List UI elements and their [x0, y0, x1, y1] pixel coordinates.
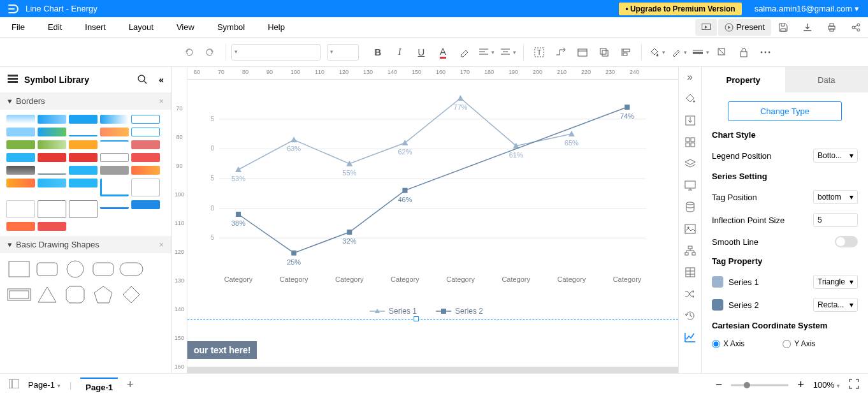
fullscreen-icon[interactable]	[849, 379, 859, 391]
font-size-select[interactable]	[327, 44, 359, 61]
list-item[interactable]	[131, 153, 160, 162]
list-item[interactable]	[34, 284, 60, 305]
italic-icon[interactable]: I	[389, 43, 410, 62]
undo-icon[interactable]	[178, 43, 199, 62]
select-series1-marker[interactable]: Triangle▾	[813, 275, 858, 289]
chart-properties-icon[interactable]	[684, 331, 697, 344]
list-item[interactable]	[90, 284, 116, 305]
print-icon[interactable]	[821, 19, 843, 36]
list-item[interactable]	[131, 115, 160, 124]
close-icon[interactable]: ×	[159, 240, 164, 249]
save-icon[interactable]	[772, 19, 794, 36]
list-item[interactable]	[90, 258, 116, 280]
text-placeholder[interactable]: our text here!	[187, 341, 257, 359]
text-tool-icon[interactable]: T	[529, 43, 549, 62]
list-item[interactable]	[62, 284, 88, 305]
align-h-icon[interactable]	[476, 43, 496, 62]
theme-icon[interactable]	[684, 92, 697, 105]
tab-data[interactable]: Data	[785, 67, 869, 92]
canvas-page[interactable]: 50505CategoryCategoryCategoryCategoryCat…	[187, 80, 678, 373]
table-icon[interactable]	[684, 266, 697, 279]
list-item[interactable]	[6, 166, 35, 175]
menu-layout[interactable]: Layout	[117, 22, 165, 32]
list-item[interactable]	[69, 140, 98, 149]
redo-icon[interactable]	[200, 43, 221, 62]
line-chart[interactable]: 50505CategoryCategoryCategoryCategoryCat…	[200, 80, 653, 316]
list-item[interactable]	[131, 179, 160, 196]
series1-color-swatch[interactable]	[712, 276, 723, 288]
list-item[interactable]	[6, 222, 35, 231]
tab-property[interactable]: Property	[702, 67, 785, 92]
list-item[interactable]	[100, 140, 129, 149]
list-item[interactable]	[100, 115, 129, 124]
share-icon[interactable]	[845, 19, 867, 36]
menu-insert[interactable]: Insert	[73, 22, 117, 32]
list-item[interactable]	[34, 258, 60, 280]
menu-edit[interactable]: Edit	[36, 22, 73, 32]
list-item[interactable]	[38, 140, 66, 149]
list-item[interactable]	[6, 200, 35, 218]
scrollbar-horizontal[interactable]	[187, 367, 678, 373]
download-icon[interactable]	[797, 19, 818, 36]
section-basic-shapes[interactable]: ▾ Basic Drawing Shapes ×	[0, 236, 171, 253]
zoom-slider[interactable]	[731, 381, 788, 390]
zoom-out-icon[interactable]: −	[716, 378, 723, 392]
history-icon[interactable]	[684, 309, 697, 322]
select-series2-marker[interactable]: Recta...▾	[813, 298, 858, 312]
section-borders[interactable]: ▾ Borders ×	[0, 92, 171, 110]
list-item[interactable]	[38, 128, 66, 136]
user-menu[interactable]: salma.amin16@gmail.com ▾	[755, 4, 868, 13]
list-item[interactable]	[38, 166, 66, 175]
list-item[interactable]	[69, 200, 98, 218]
list-item[interactable]	[6, 115, 35, 124]
copy-icon[interactable]	[594, 43, 614, 62]
panel-toggle-icon[interactable]	[9, 379, 19, 390]
toggle-smooth-line[interactable]	[835, 236, 858, 247]
list-item[interactable]	[119, 284, 144, 305]
orgchart-icon[interactable]	[684, 244, 697, 257]
bold-icon[interactable]: B	[368, 43, 388, 62]
list-item[interactable]	[38, 153, 66, 162]
collapse-icon[interactable]: «	[159, 75, 164, 85]
list-item[interactable]	[131, 128, 160, 136]
menu-file[interactable]: File	[0, 22, 36, 32]
list-item[interactable]	[100, 153, 129, 162]
list-item[interactable]	[131, 140, 160, 149]
add-page-icon[interactable]: +	[127, 378, 134, 392]
align-objects-icon[interactable]	[616, 43, 636, 62]
present-button[interactable]: Present	[718, 19, 771, 36]
series2-color-swatch[interactable]	[712, 299, 723, 311]
font-family-select[interactable]	[231, 44, 321, 61]
image-icon[interactable]	[684, 223, 697, 235]
list-item[interactable]	[131, 166, 160, 175]
list-item[interactable]	[100, 200, 129, 209]
presentation-icon[interactable]	[684, 179, 697, 192]
list-item[interactable]	[6, 284, 32, 305]
list-item[interactable]	[6, 140, 35, 149]
zoom-in-icon[interactable]: +	[797, 378, 804, 392]
search-icon[interactable]	[137, 74, 147, 86]
list-item[interactable]	[6, 179, 35, 187]
list-item[interactable]	[6, 153, 35, 162]
list-item[interactable]	[38, 222, 66, 231]
close-icon[interactable]: ×	[159, 96, 164, 106]
change-type-button[interactable]: Change Type	[728, 101, 842, 121]
export-icon[interactable]	[684, 114, 697, 127]
lock-icon[interactable]	[734, 43, 754, 62]
list-item[interactable]	[38, 200, 66, 218]
slideshow-icon[interactable]	[695, 19, 717, 36]
container-icon[interactable]	[572, 43, 593, 62]
line-style-icon[interactable]	[690, 43, 711, 62]
menu-help[interactable]: Help	[256, 22, 296, 32]
connector-icon[interactable]	[551, 43, 571, 62]
grid-icon[interactable]	[684, 136, 697, 149]
list-item[interactable]	[119, 258, 144, 280]
zoom-value[interactable]: 100%	[813, 380, 840, 390]
page-select[interactable]: Page-1	[28, 380, 61, 390]
list-item[interactable]	[69, 166, 98, 175]
select-legend-position[interactable]: Botto...▾	[813, 149, 858, 163]
align-v-icon[interactable]	[498, 43, 518, 62]
input-inflection-size[interactable]	[813, 213, 858, 227]
menu-view[interactable]: View	[165, 22, 206, 32]
list-item[interactable]	[69, 128, 98, 136]
